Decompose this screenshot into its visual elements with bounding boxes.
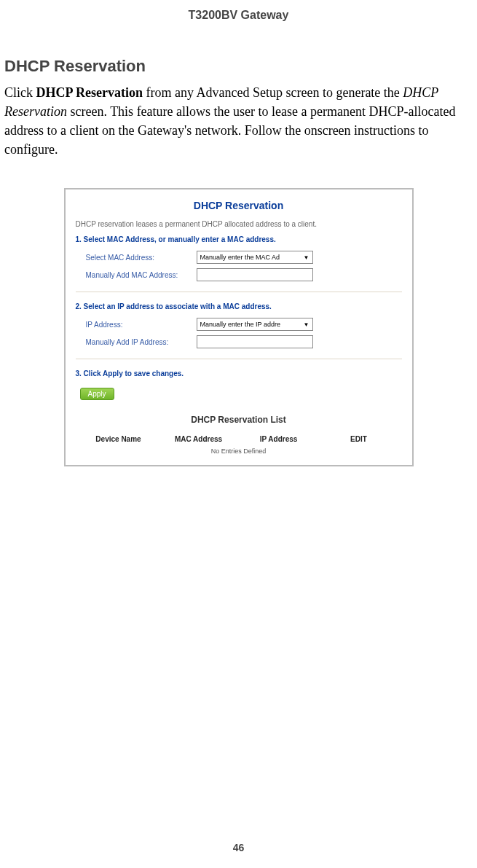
section-heading: DHCP Reservation xyxy=(4,57,477,76)
body-paragraph: Click DHCP Reservation from any Advanced… xyxy=(4,83,473,159)
page-number: 46 xyxy=(0,842,477,853)
divider xyxy=(76,292,402,292)
manual-ip-input[interactable] xyxy=(197,335,313,348)
reservation-list-title: DHCP Reservation List xyxy=(76,415,402,425)
ui-step-2: 2. Select an IP address to associate wit… xyxy=(76,302,402,310)
ui-step-3: 3. Click Apply to save changes. xyxy=(76,370,402,378)
select-mac-dropdown[interactable]: Manually enter the MAC Ad ▼ xyxy=(197,251,313,264)
page-header-title: T3200BV Gateway xyxy=(0,0,477,22)
ip-address-dropdown[interactable]: Manually enter the IP addre ▼ xyxy=(197,318,313,331)
body-text-segment: screen. This feature allows the user to … xyxy=(4,104,455,157)
col-ip-address: IP Address xyxy=(239,435,319,443)
no-entries-text: No Entries Defined xyxy=(76,447,402,455)
ip-address-value: Manually enter the IP addre xyxy=(200,321,280,328)
body-text-segment: from any Advanced Setup screen to genera… xyxy=(143,85,403,100)
table-header-row: Device Name MAC Address IP Address EDIT xyxy=(76,435,402,443)
embedded-screenshot: DHCP Reservation DHCP reservation leases… xyxy=(64,188,414,466)
body-text-bold: DHCP Reservation xyxy=(36,85,143,100)
col-mac-address: MAC Address xyxy=(159,435,239,443)
divider xyxy=(76,359,402,359)
col-device-name: Device Name xyxy=(79,435,159,443)
ui-step-1: 1. Select MAC Address, or manually enter… xyxy=(76,235,402,243)
ip-address-label: IP Address: xyxy=(86,321,188,329)
manual-mac-label: Manually Add MAC Address: xyxy=(86,271,188,279)
manual-mac-row: Manually Add MAC Address: xyxy=(86,268,402,281)
col-edit: EDIT xyxy=(319,435,399,443)
ui-title: DHCP Reservation xyxy=(76,200,402,211)
select-mac-label: Select MAC Address: xyxy=(86,254,188,262)
ui-description: DHCP reservation leases a permanent DHCP… xyxy=(76,220,402,228)
chevron-down-icon: ▼ xyxy=(304,321,310,328)
manual-ip-label: Manually Add IP Address: xyxy=(86,338,188,346)
apply-button[interactable]: Apply xyxy=(80,388,114,400)
chevron-down-icon: ▼ xyxy=(304,254,310,261)
select-mac-value: Manually enter the MAC Ad xyxy=(200,254,280,261)
ip-address-row: IP Address: Manually enter the IP addre … xyxy=(86,318,402,331)
manual-ip-row: Manually Add IP Address: xyxy=(86,335,402,348)
manual-mac-input[interactable] xyxy=(197,268,313,281)
body-text-segment: Click xyxy=(4,85,36,100)
select-mac-row: Select MAC Address: Manually enter the M… xyxy=(86,251,402,264)
